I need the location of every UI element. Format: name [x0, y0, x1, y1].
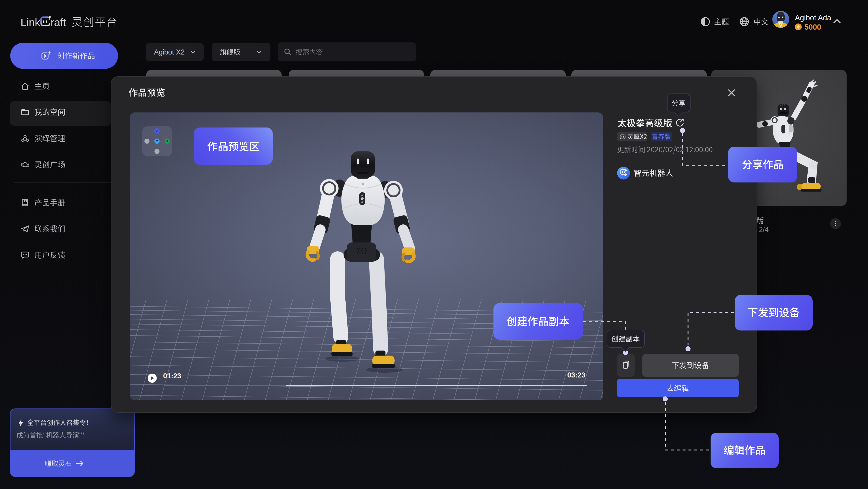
svg-text:Y: Y [156, 139, 158, 143]
svg-text:Z: Z [156, 129, 158, 133]
svg-text:V: V [779, 22, 782, 28]
svg-text:X: X [166, 139, 168, 143]
